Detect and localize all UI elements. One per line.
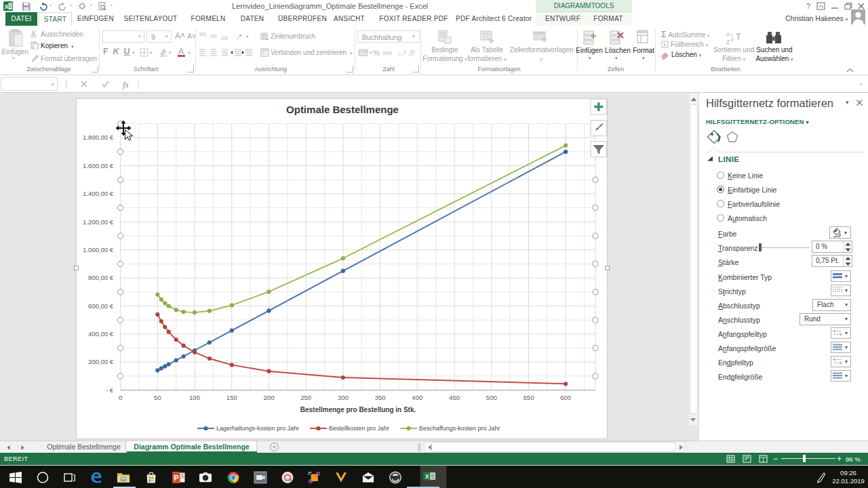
svg-text:fx: fx [123,80,129,89]
svg-text:Z: Z [726,39,730,45]
svg-text:1.000,00 €: 1.000,00 € [83,246,114,253]
svg-text:Lagerhaltungs-kosten pro Jahr: Lagerhaltungs-kosten pro Jahr [216,425,299,432]
svg-text:500: 500 [486,394,497,401]
svg-text:550: 550 [524,394,534,401]
svg-text:%: % [373,49,380,57]
svg-text:Bestellkosten pro Jahr: Bestellkosten pro Jahr [329,425,389,432]
svg-text:1.400,00 €: 1.400,00 € [83,190,114,197]
svg-text:X: X [4,3,8,10]
svg-text:50: 50 [154,394,161,401]
svg-text:100: 100 [189,394,200,401]
svg-text:0: 0 [119,394,122,401]
svg-text:350: 350 [375,394,386,401]
svg-text:800,00 €: 800,00 € [88,274,114,281]
svg-text:Bestellmenge pro Bestellung in: Bestellmenge pro Bestellung in Stk. [300,406,416,413]
svg-text:A: A [726,31,730,38]
svg-text:P: P [174,474,178,482]
svg-text:Beschaffungs-kosten pro Jahr: Beschaffungs-kosten pro Jahr [419,425,500,432]
svg-text:600: 600 [560,394,571,401]
svg-text:200: 200 [264,394,275,401]
svg-text:000: 000 [382,50,392,56]
svg-text:600,00 €: 600,00 € [88,302,114,310]
svg-text:300: 300 [338,394,349,401]
svg-text:1.600,00 €: 1.600,00 € [83,162,114,169]
svg-text:?: ? [806,2,810,10]
svg-text:1.200,00 €: 1.200,00 € [83,218,114,226]
svg-text:150: 150 [226,394,237,401]
svg-text:←.0: ←.0 [397,49,406,54]
svg-text:450: 450 [449,394,460,401]
svg-text:200,00 €: 200,00 € [88,358,114,365]
svg-text:400,00 €: 400,00 € [88,330,114,338]
svg-text:Optimale Bestellmenge: Optimale Bestellmenge [286,104,399,115]
svg-text:.00: .00 [408,49,415,54]
svg-text:250: 250 [300,394,311,401]
svg-text:X: X [425,474,429,480]
svg-text:400: 400 [412,394,422,401]
svg-text:- €: - € [106,386,114,394]
svg-text:1.800,00 €: 1.800,00 € [83,134,114,141]
